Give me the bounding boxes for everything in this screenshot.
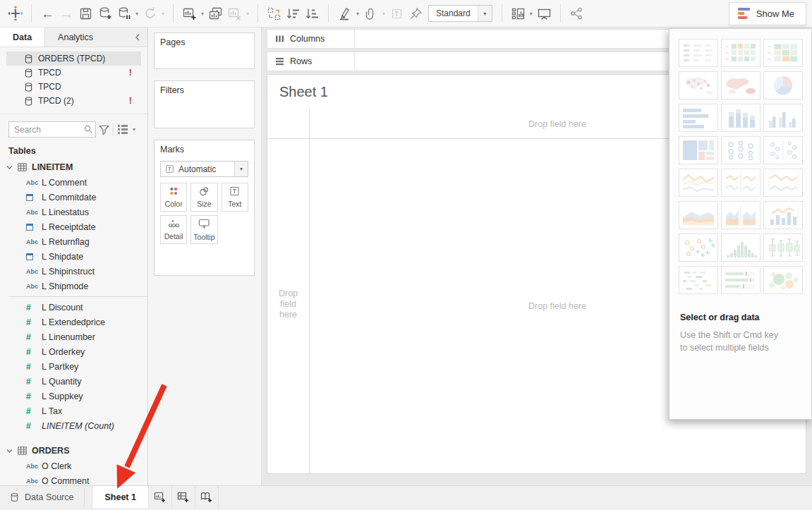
field-lineitem-count[interactable]: #LINEITEM (Count) bbox=[0, 418, 147, 433]
undo-button[interactable]: ← bbox=[38, 4, 57, 23]
swap-rows-columns-button[interactable] bbox=[265, 4, 284, 23]
tab-data[interactable]: Data bbox=[0, 28, 45, 47]
sort-descending-button[interactable] bbox=[303, 4, 322, 23]
showme-lines-continuous[interactable] bbox=[679, 169, 718, 197]
field-l-extendedprice[interactable]: #L Extendedprice bbox=[0, 315, 147, 329]
showme-pie-chart[interactable] bbox=[763, 71, 803, 99]
datasource-item-orders-tpcd[interactable]: ORDERS (TPCD) bbox=[6, 51, 141, 66]
field-l-quantity[interactable]: #L Quantity bbox=[0, 374, 147, 389]
new-worksheet-tab-button[interactable] bbox=[149, 486, 172, 508]
field-l-returnflag[interactable]: AbcL Returnflag bbox=[0, 234, 147, 249]
showme-dual-combination[interactable] bbox=[763, 201, 803, 229]
showme-text-table[interactable] bbox=[679, 39, 718, 67]
datasource-item-tpcd[interactable]: TPCD bbox=[6, 80, 141, 94]
new-data-source-button[interactable] bbox=[95, 4, 114, 23]
new-worksheet-caret[interactable]: ▾ bbox=[199, 11, 206, 17]
showme-symbol-map[interactable] bbox=[679, 71, 718, 99]
field-l-partkey[interactable]: #L Partkey bbox=[0, 359, 147, 374]
datasource-item-tpcd-2[interactable]: TPCD (2)! bbox=[6, 94, 141, 108]
field-l-discount[interactable]: #L Discount bbox=[0, 300, 147, 315]
showme-circle-views[interactable] bbox=[721, 136, 761, 164]
showme-side-by-side-bars[interactable] bbox=[763, 104, 803, 132]
showme-gantt[interactable] bbox=[679, 266, 718, 294]
color-mark-button[interactable]: Color bbox=[160, 183, 187, 212]
datasource-item-tpcd[interactable]: TPCD! bbox=[6, 66, 141, 80]
field-l-tax[interactable]: #L Tax bbox=[0, 403, 147, 418]
view-options-icon[interactable] bbox=[115, 122, 131, 138]
field-l-comment[interactable]: AbcL Comment bbox=[0, 175, 147, 190]
show-hide-cards-caret[interactable]: ▾ bbox=[528, 11, 535, 17]
table-group-orders[interactable]: ORDERS bbox=[0, 442, 147, 459]
sheet-tab-sheet1[interactable]: Sheet 1 bbox=[92, 486, 148, 508]
mark-type-dropdown[interactable]: Automatic ▾ bbox=[160, 161, 248, 177]
refresh-caret[interactable]: ▾ bbox=[159, 11, 166, 17]
filters-shelf[interactable]: Filters bbox=[154, 80, 255, 128]
showme-side-by-side-circles[interactable] bbox=[763, 136, 803, 164]
fit-selector[interactable]: Standard ▾ bbox=[428, 5, 492, 22]
presentation-mode-button[interactable] bbox=[535, 4, 554, 23]
showme-dual-lines[interactable] bbox=[763, 169, 803, 197]
field-l-shipinstruct[interactable]: AbcL Shipinstruct bbox=[0, 264, 147, 279]
highlight-caret[interactable]: ▾ bbox=[354, 11, 361, 17]
sort-ascending-button[interactable] bbox=[284, 4, 303, 23]
text-mark-button[interactable]: Text bbox=[222, 183, 248, 212]
database-icon bbox=[25, 68, 32, 78]
field-l-suppkey[interactable]: #L Suppkey bbox=[0, 389, 147, 403]
redo-button[interactable]: → bbox=[57, 4, 76, 23]
refresh-button[interactable] bbox=[140, 4, 159, 23]
data-source-tab[interactable]: Data Source bbox=[0, 486, 85, 508]
table-group-lineitem[interactable]: LINEITEM bbox=[0, 159, 147, 175]
clear-sheet-caret[interactable]: ▾ bbox=[244, 11, 251, 17]
field-l-shipdate[interactable]: L Shipdate bbox=[0, 249, 147, 264]
field-l-shipmode[interactable]: AbcL Shipmode bbox=[0, 279, 147, 293]
showme-histogram[interactable] bbox=[721, 233, 761, 262]
field-l-orderkey[interactable]: #L Orderkey bbox=[0, 344, 147, 359]
showme-bullet-graph[interactable] bbox=[721, 266, 761, 294]
showme-highlight-table[interactable] bbox=[721, 39, 761, 67]
showme-treemap[interactable] bbox=[679, 136, 718, 164]
showme-stacked-bars[interactable] bbox=[721, 104, 761, 132]
duplicate-sheet-button[interactable] bbox=[206, 4, 225, 23]
clear-sheet-button[interactable] bbox=[225, 4, 244, 23]
view-options-caret[interactable]: ▾ bbox=[131, 126, 138, 133]
save-button[interactable] bbox=[76, 4, 95, 23]
field-o-comment[interactable]: AbcO Comment bbox=[0, 473, 147, 485]
share-button[interactable] bbox=[567, 4, 586, 23]
pause-auto-updates-caret[interactable]: ▾ bbox=[133, 11, 140, 17]
label-button[interactable] bbox=[387, 4, 406, 23]
field-l-linenumber[interactable]: #L Linenumber bbox=[0, 329, 147, 344]
mark-type-caret[interactable]: ▾ bbox=[234, 162, 248, 176]
highlight-button[interactable] bbox=[335, 4, 354, 23]
showme-heat-map[interactable] bbox=[763, 39, 803, 67]
showme-box-and-whisker[interactable] bbox=[763, 233, 803, 262]
showme-packed-bubbles[interactable] bbox=[763, 266, 803, 294]
showme-scatter-plot[interactable] bbox=[679, 233, 718, 262]
new-worksheet-button[interactable] bbox=[180, 4, 199, 23]
showme-area-discrete[interactable] bbox=[721, 201, 761, 229]
showme-filled-map[interactable] bbox=[721, 71, 761, 99]
collapse-pane-icon[interactable] bbox=[128, 28, 147, 47]
filter-fields-icon[interactable] bbox=[96, 122, 111, 138]
fix-axes-pin-button[interactable] bbox=[406, 4, 425, 23]
tooltip-mark-button[interactable]: Tooltip bbox=[190, 215, 217, 244]
drop-zone-rows[interactable]: Drop field here bbox=[267, 289, 309, 320]
show-me-button[interactable]: Show Me bbox=[729, 2, 806, 25]
size-mark-button[interactable]: Size bbox=[190, 183, 217, 212]
fit-selector-caret[interactable]: ▾ bbox=[478, 6, 492, 21]
detail-mark-button[interactable]: Detail bbox=[160, 215, 187, 244]
showme-lines-discrete[interactable] bbox=[721, 169, 761, 197]
pages-shelf[interactable]: Pages bbox=[154, 32, 255, 69]
field-l-receiptdate[interactable]: L Receiptdate bbox=[0, 219, 147, 234]
pause-auto-updates-button[interactable] bbox=[114, 4, 133, 23]
format-annotations-caret[interactable]: ▾ bbox=[380, 11, 387, 17]
tab-analytics[interactable]: Analytics bbox=[45, 28, 106, 47]
showme-area-continuous[interactable] bbox=[679, 201, 718, 229]
show-hide-cards-button[interactable] bbox=[509, 4, 528, 23]
new-dashboard-tab-button[interactable] bbox=[172, 486, 195, 508]
field-l-linestatus[interactable]: AbcL Linestatus bbox=[0, 205, 147, 219]
showme-horizontal-bars[interactable] bbox=[679, 104, 718, 132]
field-o-clerk[interactable]: AbcO Clerk bbox=[0, 459, 147, 473]
format-annotations-button[interactable] bbox=[361, 4, 380, 23]
new-story-tab-button[interactable] bbox=[195, 486, 219, 508]
field-l-commitdate[interactable]: L Commitdate bbox=[0, 190, 147, 205]
